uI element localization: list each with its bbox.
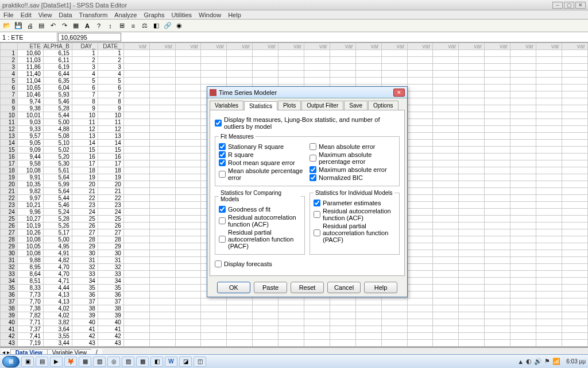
cancel-button[interactable]: Cancel <box>327 282 361 293</box>
table-row[interactable]: 311,866,1933 <box>1 64 588 71</box>
chk-fit-left-1[interactable]: R square <box>219 151 305 158</box>
task-app3[interactable]: ▧ <box>93 356 106 367</box>
tab-plots[interactable]: Plots <box>278 101 301 110</box>
chk-fit-left-3[interactable]: Mean absolute percentage error <box>219 167 305 181</box>
chk-fit-right-0[interactable]: Mean absolute error <box>310 143 396 150</box>
tray-icon[interactable]: ⚑ <box>544 358 550 365</box>
dialog-title: Time Series Modeler <box>219 89 277 96</box>
cell-value[interactable]: 10,60295 <box>58 33 121 41</box>
find-case-icon[interactable]: ↕ <box>106 21 115 30</box>
table-row[interactable]: 417,373,644141 <box>1 326 588 333</box>
table-row[interactable]: 411,406,4444 <box>1 71 588 78</box>
goto-case-icon[interactable]: ▦ <box>71 21 80 30</box>
tab-variables[interactable]: Variables <box>210 101 243 110</box>
tray-icon[interactable]: ▲ <box>517 358 524 365</box>
use-sets-icon[interactable]: ◉ <box>175 21 184 30</box>
clock[interactable]: 6:03 μμ <box>563 358 586 365</box>
task-chrome[interactable]: ◎ <box>107 356 120 367</box>
table-row[interactable]: 427,413,554242 <box>1 333 588 340</box>
table-row[interactable]: 377,704,133737 <box>1 298 588 305</box>
task-app2[interactable]: ▦ <box>79 356 91 367</box>
table-row[interactable]: 447,043,464444 <box>1 347 588 348</box>
task-app4[interactable]: ▨ <box>122 356 134 367</box>
value-labels-icon[interactable]: 🔗 <box>163 21 172 30</box>
chk-cmp-0[interactable]: Goodness of fit <box>219 206 301 213</box>
chk-ind-2[interactable]: Residual partial autocorrelation functio… <box>314 223 396 243</box>
table-row[interactable]: 397,824,023939 <box>1 312 588 319</box>
tray-icon[interactable]: ◐ <box>526 358 532 365</box>
split-icon[interactable]: ≡ <box>129 21 138 30</box>
task-app1[interactable]: ▤ <box>36 356 48 367</box>
select-cases-icon[interactable]: ◧ <box>152 21 161 30</box>
reset-button[interactable]: Reset <box>291 282 324 293</box>
undo-icon[interactable]: ↶ <box>48 21 57 30</box>
table-row[interactable]: 407,713,824040 <box>1 319 588 326</box>
menu-utilities[interactable]: Utilities <box>172 12 192 18</box>
tab-output-filter[interactable]: Output Filter <box>301 101 343 110</box>
chk-display-forecasts[interactable]: Display forecasts <box>215 260 400 267</box>
dialog-titlebar[interactable]: Time Series Modeler ✕ <box>207 87 407 98</box>
print-icon[interactable]: 🖨 <box>25 21 34 30</box>
save-icon[interactable]: 💾 <box>14 21 23 30</box>
tray-icon[interactable]: 🔊 <box>534 358 542 365</box>
task-app8[interactable]: ◫ <box>194 356 206 367</box>
menu-transform[interactable]: Transform <box>79 12 108 18</box>
start-button[interactable]: ⊞ <box>2 356 20 367</box>
menu-data[interactable]: Data <box>59 12 72 18</box>
table-row[interactable]: 387,384,023838 <box>1 305 588 312</box>
open-icon[interactable]: 📂 <box>2 21 11 30</box>
dialog-close-button[interactable]: ✕ <box>393 89 405 97</box>
dialog-tabs: Variables Statistics Plots Output Filter… <box>210 101 405 110</box>
comparing-models-group: Statistics for Comparing Models Goodness… <box>215 190 305 255</box>
close-button[interactable]: ✕ <box>575 2 586 9</box>
find-icon[interactable]: A <box>83 21 92 30</box>
chk-fit-right-1[interactable]: Maximum absolute percentage error <box>310 151 396 165</box>
ind-legend: Statistics for Individual Models <box>314 190 394 196</box>
task-explorer[interactable]: ▣ <box>21 356 34 367</box>
table-row[interactable]: 437,193,444343 <box>1 340 588 347</box>
chk-ind-1[interactable]: Residual autocorrelation function (ACF) <box>314 208 396 221</box>
menu-file[interactable]: File <box>3 12 14 18</box>
tab-options[interactable]: Options <box>368 101 398 110</box>
chk-cmp-2[interactable]: Residual partial autocorrelation functio… <box>219 229 301 250</box>
chk-display-fit[interactable]: Display fit measures, Ljung-Box statisti… <box>215 116 400 130</box>
task-app6[interactable]: ◧ <box>150 356 163 367</box>
tray-icon[interactable]: 📶 <box>552 358 560 365</box>
chk-cmp-1[interactable]: Residual autocorrelation function (ACF) <box>219 214 301 228</box>
tab-statistics[interactable]: Statistics <box>244 101 277 110</box>
menu-graphs[interactable]: Graphs <box>144 12 164 18</box>
chk-fit-right-3[interactable]: Normalized BIC <box>310 174 396 181</box>
minimize-button[interactable]: – <box>552 2 563 9</box>
task-media[interactable]: ▶ <box>50 356 63 367</box>
insert-case-icon[interactable]: ⊞ <box>117 21 126 30</box>
task-app5[interactable]: ▩ <box>136 356 149 367</box>
table-row[interactable]: 110,606,1511 <box>1 50 588 57</box>
variables-icon[interactable]: ? <box>94 21 103 30</box>
paste-button[interactable]: Paste <box>254 282 287 293</box>
chk-fit-left-2[interactable]: Root mean square error <box>219 159 305 166</box>
redo-icon[interactable]: ↷ <box>60 21 69 30</box>
table-row[interactable]: 511,046,3555 <box>1 78 588 85</box>
ok-button[interactable]: OK <box>217 282 250 293</box>
maximize-button[interactable]: ▢ <box>564 2 574 9</box>
menu-window[interactable]: Window <box>199 12 221 18</box>
weight-icon[interactable]: ⚖ <box>140 21 149 30</box>
task-word[interactable]: W <box>165 356 177 367</box>
tab-save[interactable]: Save <box>344 101 368 110</box>
menu-help[interactable]: Help <box>228 12 241 18</box>
dialog-recall-icon[interactable]: ▤ <box>37 21 46 30</box>
table-row[interactable]: 211,036,1122 <box>1 57 588 64</box>
window-titlebar: praktiko!!.sav [DataSet1] - SPSS Data Ed… <box>0 0 588 10</box>
help-button[interactable]: Help <box>364 282 397 293</box>
window-title: praktiko!!.sav [DataSet1] - SPSS Data Ed… <box>2 2 127 9</box>
task-spss[interactable]: ◪ <box>179 356 192 367</box>
task-firefox[interactable]: 🦊 <box>64 356 77 367</box>
menu-edit[interactable]: Edit <box>21 12 32 18</box>
menu-analyze[interactable]: Analyze <box>114 12 137 18</box>
menu-view[interactable]: View <box>38 12 52 18</box>
individual-models-group: Statistics for Individual Models Paramet… <box>310 190 400 255</box>
chk-ind-0[interactable]: Parameter estimates <box>314 200 396 206</box>
chk-fit-left-0[interactable]: Stationary R square <box>219 143 305 150</box>
fit-measures-legend: Fit Measures <box>219 133 256 140</box>
chk-fit-right-2[interactable]: Maximum absolute error <box>310 166 396 173</box>
